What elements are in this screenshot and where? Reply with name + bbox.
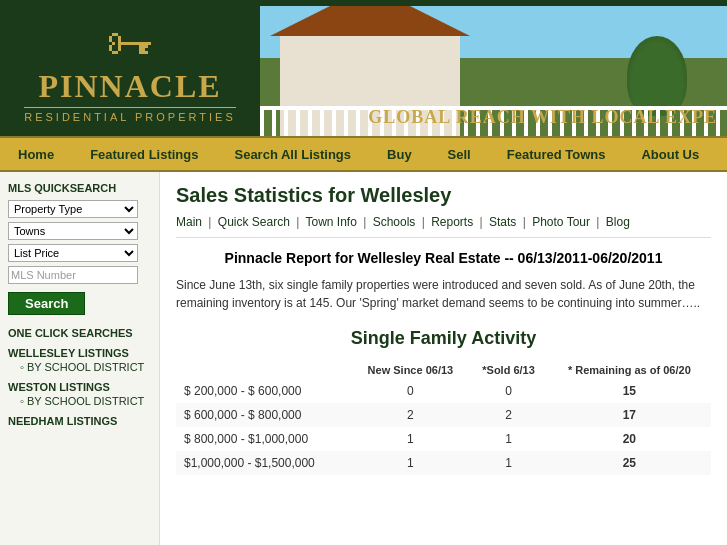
logo-sub: RESIDENTIAL PROPERTIES — [24, 107, 235, 123]
nav-home[interactable]: Home — [0, 147, 72, 162]
house-roof — [270, 6, 470, 36]
tree-decoration — [627, 36, 687, 116]
subnav-photo-tour[interactable]: Photo Tour — [532, 215, 590, 229]
logo-pinnacle: PINNACLE — [38, 68, 221, 105]
stats-table: New Since 06/13 *Sold 6/13 * Remaining a… — [176, 361, 711, 475]
subnav-stats[interactable]: Stats — [489, 215, 516, 229]
cell-remaining: 20 — [548, 427, 711, 451]
needham-listings-title: NEEDHAM LISTINGS — [8, 415, 151, 427]
towns-select[interactable]: Towns — [8, 222, 138, 240]
list-price-select[interactable]: List Price — [8, 244, 138, 262]
property-type-select[interactable]: Property Type — [8, 200, 138, 218]
logo-area: 🗝 PINNACLE RESIDENTIAL PROPERTIES — [0, 6, 260, 136]
quicksearch-title: MLS QUICKSEARCH — [8, 182, 151, 194]
logo-icon: 🗝 — [106, 20, 154, 68]
main-layout: MLS QUICKSEARCH Property Type Towns List… — [0, 172, 727, 545]
content-subnav: Main | Quick Search | Town Info | School… — [176, 215, 711, 238]
wellesley-listings-title: WELLESLEY LISTINGS — [8, 347, 151, 359]
table-row: $ 200,000 - $ 600,000 0 0 15 — [176, 379, 711, 403]
cell-new: 1 — [351, 427, 469, 451]
cell-remaining: 15 — [548, 379, 711, 403]
subnav-main[interactable]: Main — [176, 215, 202, 229]
table-header-row: New Since 06/13 *Sold 6/13 * Remaining a… — [176, 361, 711, 379]
subnav-quick-search[interactable]: Quick Search — [218, 215, 290, 229]
subnav-town-info[interactable]: Town Info — [305, 215, 356, 229]
table-row: $ 600,000 - $ 800,000 2 2 17 — [176, 403, 711, 427]
nav-about-us[interactable]: About Us — [623, 147, 717, 162]
activity-title: Single Family Activity — [176, 328, 711, 349]
table-row: $1,000,000 - $1,500,000 1 1 25 — [176, 451, 711, 475]
cell-new: 1 — [351, 451, 469, 475]
col-range-header — [176, 361, 351, 379]
cell-sold: 1 — [469, 427, 547, 451]
one-click-title: ONE CLICK SEARCHES — [8, 327, 151, 339]
header-photo: GLOBAL REACH WITH LOCAL EXPE — [260, 6, 727, 136]
main-content: Sales Statistics for Wellesley Main | Qu… — [160, 172, 727, 545]
cell-new: 2 — [351, 403, 469, 427]
weston-listings-title: WESTON LISTINGS — [8, 381, 151, 393]
report-title: Pinnacle Report for Wellesley Real Estat… — [176, 250, 711, 266]
subnav-blog[interactable]: Blog — [606, 215, 630, 229]
cell-range: $ 800,000 - $1,000,000 — [176, 427, 351, 451]
nav-buy[interactable]: Buy — [369, 147, 430, 162]
col-remaining-header: * Remaining as of 06/20 — [548, 361, 711, 379]
nav-sell[interactable]: Sell — [430, 147, 489, 162]
cell-range: $ 200,000 - $ 600,000 — [176, 379, 351, 403]
header: 🗝 PINNACLE RESIDENTIAL PROPERTIES GLOBAL… — [0, 6, 727, 136]
subnav-schools[interactable]: Schools — [373, 215, 416, 229]
page-title: Sales Statistics for Wellesley — [176, 184, 711, 207]
col-sold-header: *Sold 6/13 — [469, 361, 547, 379]
cell-sold: 2 — [469, 403, 547, 427]
header-tagline: GLOBAL REACH WITH LOCAL EXPE — [368, 107, 717, 128]
cell-range: $ 600,000 - $ 800,000 — [176, 403, 351, 427]
table-row: $ 800,000 - $1,000,000 1 1 20 — [176, 427, 711, 451]
main-nav: Home Featured Listings Search All Listin… — [0, 136, 727, 172]
wellesley-school-link[interactable]: BY SCHOOL DISTRICT — [8, 361, 151, 373]
subnav-reports[interactable]: Reports — [431, 215, 473, 229]
cell-sold: 0 — [469, 379, 547, 403]
nav-featured-towns[interactable]: Featured Towns — [489, 147, 624, 162]
report-description: Since June 13th, six single family prope… — [176, 276, 711, 312]
weston-school-link[interactable]: BY SCHOOL DISTRICT — [8, 395, 151, 407]
nav-featured-listings[interactable]: Featured Listings — [72, 147, 216, 162]
one-click-section: ONE CLICK SEARCHES WELLESLEY LISTINGS BY… — [8, 327, 151, 427]
search-button[interactable]: Search — [8, 292, 85, 315]
cell-sold: 1 — [469, 451, 547, 475]
cell-remaining: 17 — [548, 403, 711, 427]
mls-number-input[interactable]: MLS Number — [8, 266, 138, 284]
cell-remaining: 25 — [548, 451, 711, 475]
cell-range: $1,000,000 - $1,500,000 — [176, 451, 351, 475]
cell-new: 0 — [351, 379, 469, 403]
col-new-header: New Since 06/13 — [351, 361, 469, 379]
nav-search-all[interactable]: Search All Listings — [216, 147, 369, 162]
sidebar: MLS QUICKSEARCH Property Type Towns List… — [0, 172, 160, 545]
